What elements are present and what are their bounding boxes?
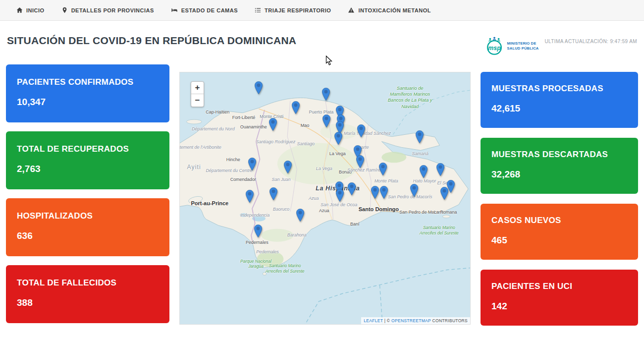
stat-label: MUESTRAS PROCESADAS — [491, 84, 627, 94]
map-marker[interactable] — [356, 155, 364, 168]
stat-value: 388 — [17, 297, 159, 308]
map-label: María Trinidad Sánchez — [344, 131, 391, 136]
map-marker[interactable] — [246, 190, 254, 203]
map-label: Santiago — [297, 141, 315, 146]
logo-line1: MINISTERIO DE — [507, 41, 539, 46]
map-marker[interactable] — [380, 186, 388, 199]
map-marker[interactable] — [269, 187, 277, 200]
top-nav: INICIO DETALLES POR PROVINCIAS ESTADO DE… — [0, 0, 644, 21]
stats-column-left: PACIENTES CONFIRMADOS 10,347 TOTAL DE RE… — [6, 64, 169, 326]
map-label: Fort-Liberté — [232, 115, 256, 120]
nav-label: INICIO — [26, 7, 45, 13]
stat-value: 142 — [491, 301, 627, 312]
attribution-suffix: CONTRIBUTORS — [431, 318, 468, 323]
map-marker[interactable] — [436, 163, 444, 176]
map-label: San José de Ocoa — [321, 202, 357, 207]
attribution-separator: | © — [383, 318, 391, 323]
stat-value: 2,763 — [17, 164, 159, 174]
stat-label: PACIENTES EN UCI — [491, 282, 627, 291]
map-label: Santuario de Mamíferos Marinos Bancos de… — [386, 85, 434, 110]
map-label: Département du Nord — [192, 126, 235, 131]
map-marker[interactable] — [371, 186, 379, 199]
map-marker[interactable] — [410, 184, 418, 197]
map-label: Baní — [350, 222, 360, 227]
map-attribution: LEAFLET | © OPENSTREETMAP CONTRIBUTORS — [361, 317, 470, 324]
map-marker[interactable] — [296, 209, 304, 222]
stat-card-hospitalizados: HOSPITALIZADOS 636 — [6, 198, 169, 256]
stat-label: PACIENTES CONFIRMADOS — [17, 77, 159, 87]
map-label: Santiago Rodríguez — [256, 139, 296, 144]
stat-label: CASOS NUEVOS — [491, 216, 627, 226]
stat-label: TOTAL DE RECUPERADOS — [17, 144, 159, 154]
map-label: Santuario Marino Arrecifes del Sureste — [264, 264, 306, 274]
nav-item-triaje-respiratorio[interactable]: TRIAJE RESPIRATORIO — [246, 0, 339, 20]
stat-card-muestras-descartadas: MUESTRAS DESCARTADAS 32,268 — [481, 138, 638, 194]
map-marker[interactable] — [269, 118, 277, 131]
map-label: Puerto Plata — [309, 110, 334, 114]
stat-value: 32,268 — [491, 169, 627, 180]
map-label: Port-au-Prince — [191, 200, 228, 206]
map-label: Ayiti — [187, 164, 201, 170]
openstreetmap-link[interactable]: OPENSTREETMAP — [391, 318, 431, 323]
map-marker[interactable] — [440, 187, 448, 200]
stat-label: MUESTRAS DESCARTADAS — [491, 150, 627, 160]
nav-item-intoxicacion-metanol[interactable]: INTOXICACIÓN METANOL — [339, 0, 439, 20]
map-label: Samaná — [412, 151, 429, 156]
map-marker[interactable] — [336, 189, 344, 202]
zoom-in-button[interactable]: + — [191, 82, 204, 94]
map-marker[interactable] — [348, 182, 356, 195]
map-label: Hinche — [226, 157, 240, 162]
stat-label: HOSPITALIZADOS — [17, 211, 159, 221]
map-marker[interactable] — [322, 114, 330, 127]
nav-label: TRIAJE RESPIRATORIO — [265, 7, 331, 13]
nav-item-detalles-por-provincias[interactable]: DETALLES POR PROVINCIAS — [53, 0, 162, 20]
map-marker[interactable] — [334, 132, 342, 145]
warning-icon — [348, 7, 355, 13]
map-canvas: Cap-HaïtienFort-LibertéOuanamintheMonte … — [180, 72, 470, 324]
map-marker[interactable] — [379, 163, 387, 175]
map[interactable]: Cap-HaïtienFort-LibertéOuanamintheMonte … — [179, 72, 471, 325]
msp-logo: msp MINISTERIO DE SALUD PÚBLICA — [484, 36, 539, 57]
stat-value: 636 — [17, 230, 159, 241]
zoom-out-button[interactable]: − — [191, 94, 204, 107]
home-icon — [16, 7, 23, 13]
stat-value: 10,347 — [17, 97, 159, 108]
nav-label: INTOXICACIÓN METANOL — [358, 7, 430, 13]
last-update: ULTIMA ACTUALIZACIÓN: 9:47:59 AM — [544, 39, 637, 44]
map-label: Santo Domingo — [359, 206, 399, 212]
stat-label: TOTAL DE FALLECIDOS — [17, 278, 159, 288]
map-marker[interactable] — [248, 158, 256, 170]
stat-card-muestras-procesadas: MUESTRAS PROCESADAS 42,615 — [481, 72, 638, 128]
map-marker[interactable] — [357, 124, 365, 137]
leaflet-link[interactable]: LEAFLET — [364, 318, 383, 323]
map-label: Monte Plata — [375, 178, 398, 183]
map-label: Hato Mayor — [413, 178, 436, 183]
nav-item-estado-de-camas[interactable]: ESTADO DE CAMAS — [162, 0, 246, 20]
map-marker[interactable] — [254, 225, 262, 237]
stat-card-pacientes-en-uci: PACIENTES EN UCI 142 — [481, 270, 638, 326]
map-marker[interactable] — [292, 101, 300, 114]
map-marker[interactable] — [420, 165, 428, 178]
map-label: Département du Centre — [206, 168, 253, 173]
map-marker[interactable] — [255, 81, 263, 94]
map-label: San Juan — [271, 177, 290, 182]
svg-text:msp: msp — [488, 45, 501, 52]
map-label: La Vega — [316, 166, 332, 171]
map-marker[interactable] — [416, 130, 424, 143]
header: SITUACIÓN DEL COVID-19 EN REPÚBLICA DOMI… — [0, 21, 644, 59]
map-marker[interactable] — [284, 161, 292, 173]
map-label: Pedernales — [256, 249, 279, 254]
map-label: La Romana — [434, 210, 457, 215]
map-label: Cap-Haïtien — [206, 110, 229, 114]
msp-logo-icon: msp — [484, 36, 505, 57]
map-marker[interactable] — [322, 88, 330, 101]
map-label: Azua — [309, 196, 319, 201]
map-label: Ouanaminthe — [240, 124, 267, 129]
map-label: Barahona — [287, 232, 307, 237]
nav-item-inicio[interactable]: INICIO — [8, 0, 53, 20]
map-label: Comendador — [230, 177, 256, 182]
stat-card-total-recuperados: TOTAL DE RECUPERADOS 2,763 — [6, 131, 169, 189]
map-label: Santuario Marino Arrecifes del Sureste — [418, 225, 460, 235]
page-title: SITUACIÓN DEL COVID-19 EN REPÚBLICA DOMI… — [7, 35, 296, 47]
nav-label: DETALLES POR PROVINCIAS — [71, 7, 154, 13]
